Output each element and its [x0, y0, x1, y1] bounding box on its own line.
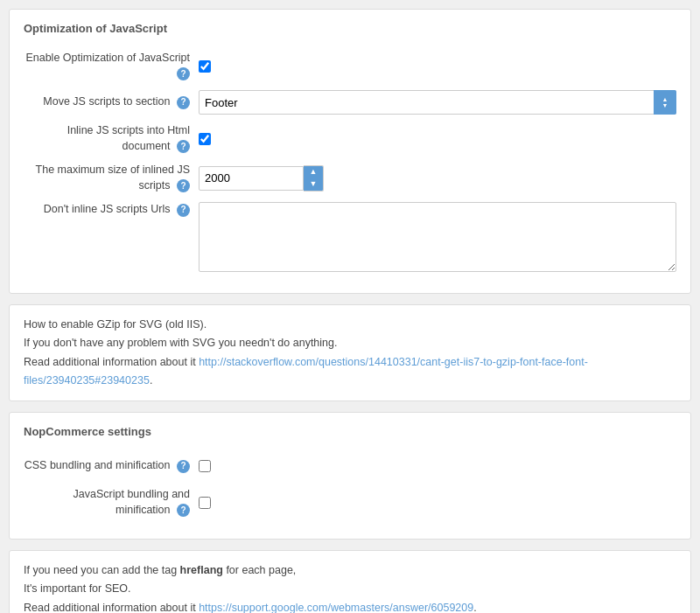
nopcommerce-title: NopCommerce settings [24, 425, 676, 443]
inline-scripts-help-icon[interactable]: ? [177, 140, 190, 153]
gzip-line2: If you don't have any problem with SVG y… [24, 334, 676, 352]
dont-inline-control [199, 202, 676, 272]
move-scripts-control: Footer Head Body ▲ ▼ [199, 90, 676, 115]
inline-scripts-label: Inline JS scripts into Html document ? [24, 123, 199, 154]
enable-optimization-label: Enable Optimization of JavaScript ? [24, 51, 199, 81]
js-bundling-label: JavaScript bundling and minification ? [24, 487, 199, 518]
hreflang-line1: If you need you can add the tag hreflang… [24, 561, 676, 580]
gzip-info-panel: How to enable GZip for SVG (old IIS). If… [9, 304, 691, 401]
move-scripts-label: Move JS scripts to section ? [24, 94, 199, 110]
spinner-buttons: ▲ ▼ [304, 165, 324, 192]
enable-optimization-control [199, 60, 676, 73]
css-bundling-label: CSS bundling and minification ? [24, 458, 199, 474]
move-scripts-row: Move JS scripts to section ? Footer Head… [24, 90, 676, 115]
js-bundling-checkbox[interactable] [199, 497, 211, 509]
css-bundling-checkbox[interactable] [199, 460, 211, 472]
max-size-help-icon[interactable]: ? [177, 179, 190, 192]
css-bundling-help-icon[interactable]: ? [177, 460, 190, 473]
dont-inline-label: Don't inline JS scripts Urls ? [24, 202, 199, 218]
js-optimization-title: Optimization of JavaScript [24, 22, 676, 40]
css-bundling-row: CSS bundling and minification ? [24, 454, 676, 478]
hreflang-bold: hreflang [180, 564, 223, 576]
js-optimization-panel: Optimization of JavaScript Enable Optimi… [9, 9, 691, 294]
dont-inline-row: Don't inline JS scripts Urls ? [24, 202, 676, 272]
gzip-line1: How to enable GZip for SVG (old IIS). [24, 316, 676, 334]
dont-inline-help-icon[interactable]: ? [177, 204, 190, 217]
max-size-label: The maximum size of inlined JS scripts ? [24, 163, 199, 193]
max-size-input[interactable] [199, 166, 304, 191]
max-size-spinner: ▲ ▼ [199, 165, 324, 192]
hreflang-link[interactable]: https://support.google.com/webmasters/an… [199, 602, 473, 614]
enable-optimization-help-icon[interactable]: ? [177, 67, 190, 80]
move-scripts-help-icon[interactable]: ? [177, 96, 190, 109]
gzip-line3: Read additional information about it htt… [24, 353, 676, 391]
dont-inline-textarea[interactable] [199, 202, 676, 272]
enable-optimization-checkbox[interactable] [199, 60, 211, 73]
move-scripts-select-wrapper: Footer Head Body ▲ ▼ [199, 90, 676, 115]
hreflang-line2: It's important for SEO. [24, 580, 676, 598]
inline-scripts-control [199, 133, 676, 145]
nopcommerce-panel: NopCommerce settings CSS bundling and mi… [9, 412, 691, 540]
js-bundling-row: JavaScript bundling and minification ? [24, 487, 676, 518]
css-bundling-control [199, 460, 676, 472]
spinner-down-button[interactable]: ▼ [304, 178, 323, 191]
spinner-up-button[interactable]: ▲ [304, 166, 323, 178]
js-bundling-help-icon[interactable]: ? [177, 504, 190, 517]
max-size-control: ▲ ▼ [199, 165, 676, 192]
js-bundling-control [199, 497, 676, 509]
enable-optimization-row: Enable Optimization of JavaScript ? [24, 51, 676, 81]
hreflang-line3: Read additional information about it htt… [24, 599, 676, 614]
hreflang-panel: If you need you can add the tag hreflang… [9, 550, 691, 613]
inline-scripts-checkbox[interactable] [199, 133, 211, 145]
inline-scripts-row: Inline JS scripts into Html document ? [24, 123, 676, 154]
move-scripts-select[interactable]: Footer Head Body [199, 90, 676, 115]
max-size-row: The maximum size of inlined JS scripts ?… [24, 163, 676, 193]
